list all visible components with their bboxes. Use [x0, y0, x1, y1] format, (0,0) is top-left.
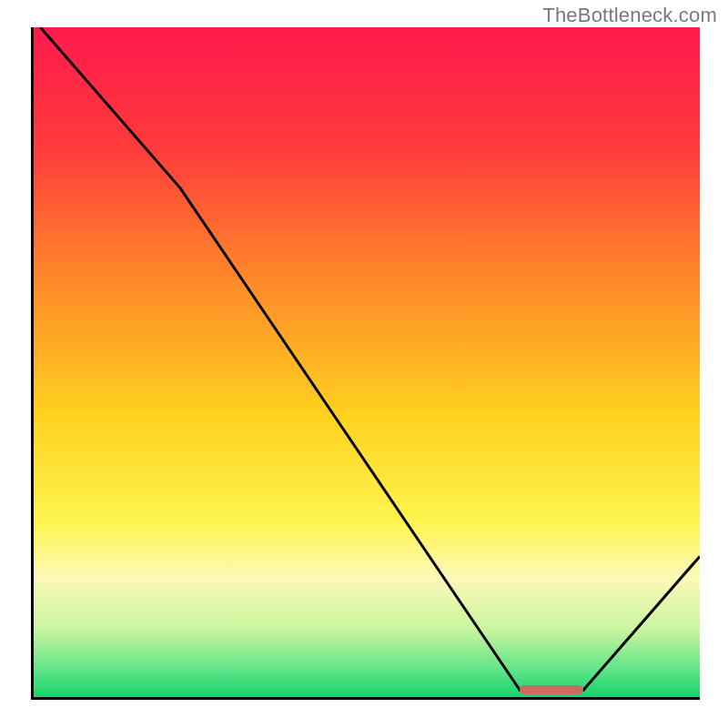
chart-background-gradient	[34, 27, 700, 697]
chart-svg	[34, 27, 700, 697]
attribution-text: TheBottleneck.com	[542, 4, 717, 27]
optimal-range-marker	[520, 685, 583, 694]
chart-container: TheBottleneck.com	[0, 0, 728, 728]
chart-plot-area	[31, 27, 700, 700]
